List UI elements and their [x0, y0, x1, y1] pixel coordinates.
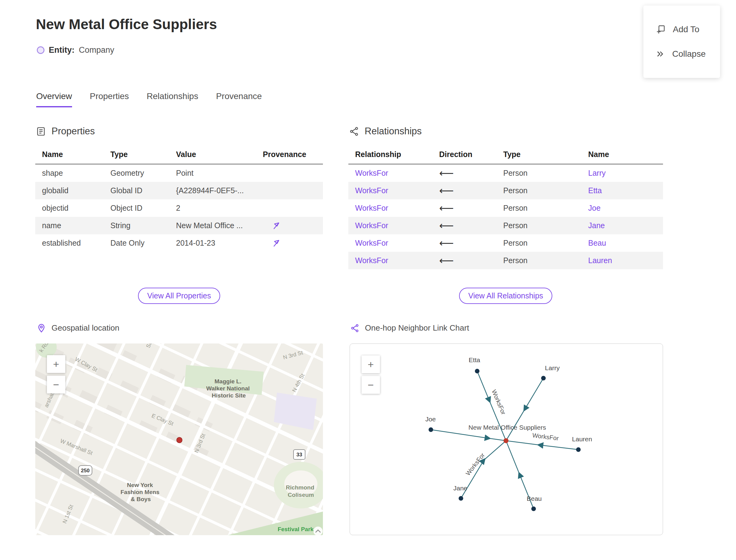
tab-relationships[interactable]: Relationships: [147, 91, 198, 107]
property-name: established: [35, 239, 110, 247]
properties-section-title: Properties: [52, 126, 95, 137]
linkchart-panel: + − WorksFor WorksFor WorksFor: [350, 343, 663, 535]
property-value: Point: [176, 169, 263, 178]
one-hop-network-icon: [350, 324, 359, 333]
node-etta[interactable]: [475, 369, 480, 374]
direction-left-arrow: ⟵: [439, 238, 503, 248]
relationships-section-title: Relationships: [365, 126, 422, 137]
add-to-button[interactable]: Add To: [656, 25, 720, 34]
table-row: shape Geometry Point: [35, 164, 323, 182]
linkchart-zoom-out-button[interactable]: −: [362, 376, 380, 394]
map-pin-icon: [37, 324, 46, 333]
map-marker[interactable]: [177, 437, 182, 443]
linkchart-node-labels: Etta Larry Joe Lauren Jane Beau New Meta…: [425, 356, 592, 502]
property-type: Date Only: [110, 239, 176, 247]
table-row: globalid Global ID {A228944F-0EF5-...: [35, 182, 323, 199]
svg-text:Jane: Jane: [453, 485, 467, 492]
entity-label: Entity:: [49, 45, 75, 55]
column-header-relationship: Relationship: [348, 150, 439, 159]
property-name: name: [35, 221, 110, 230]
edge-joe-worksfor[interactable]: [431, 430, 506, 441]
entity-type-row: Entity: Company: [37, 45, 114, 55]
linkchart-section-header: One-hop Neighbor Link Chart: [350, 323, 469, 333]
node-lauren[interactable]: [576, 447, 581, 452]
relationship-type: Person: [503, 256, 588, 265]
svg-text:Etta: Etta: [469, 356, 480, 363]
table-row: name String New Metal Office ...: [35, 217, 323, 234]
svg-text:New Metal Office Suppliers: New Metal Office Suppliers: [469, 424, 546, 431]
entity-link[interactable]: Lauren: [588, 256, 663, 265]
geospatial-section-title: Geospatial location: [52, 323, 119, 333]
relationship-link[interactable]: WorksFor: [348, 239, 439, 247]
svg-text:33: 33: [297, 452, 302, 458]
property-type: Geometry: [110, 169, 176, 178]
route-shield-33: 33: [293, 450, 305, 459]
tab-overview[interactable]: Overview: [36, 91, 72, 107]
property-type: String: [110, 221, 176, 230]
column-header-type: Type: [110, 150, 176, 159]
table-row: objectid Object ID 2: [35, 199, 323, 217]
property-name: globalid: [35, 186, 110, 195]
table-row: established Date Only 2014-01-23: [35, 234, 323, 252]
map-zoom-out-button[interactable]: −: [47, 376, 65, 393]
provenance-icon[interactable]: [272, 239, 281, 247]
view-all-relationships-button[interactable]: View All Relationships: [459, 288, 552, 304]
relationships-table: Relationship Direction Type Name WorksFo…: [348, 145, 663, 269]
collapse-icon: [656, 49, 665, 59]
relationship-link[interactable]: WorksFor: [348, 204, 439, 213]
svg-text:WorksFor: WorksFor: [490, 389, 507, 416]
node-beau[interactable]: [531, 507, 536, 511]
svg-text:WorksFor: WorksFor: [464, 452, 486, 477]
svg-text:Festival Park: Festival Park: [278, 526, 314, 532]
column-header-direction: Direction: [439, 150, 503, 159]
property-name: objectid: [35, 204, 110, 213]
tab-properties[interactable]: Properties: [90, 91, 129, 107]
direction-left-arrow: ⟵: [439, 168, 503, 178]
tab-bar: Overview Properties Relationships Proven…: [36, 91, 262, 107]
direction-left-arrow: ⟵: [439, 221, 503, 231]
node-jane[interactable]: [459, 496, 463, 501]
entity-link[interactable]: Etta: [588, 186, 663, 195]
edge-larry-worksfor[interactable]: [506, 378, 543, 441]
tab-provenance[interactable]: Provenance: [216, 91, 262, 107]
actions-panel: Add To Collapse: [643, 6, 720, 78]
table-row: WorksFor ⟵ Person Beau: [348, 234, 663, 252]
linkchart-zoom-in-button[interactable]: +: [362, 355, 380, 373]
relationship-link[interactable]: WorksFor: [348, 186, 439, 195]
page-title: New Metal Office Suppliers: [36, 16, 217, 33]
entity-link[interactable]: Larry: [588, 169, 663, 178]
table-row: WorksFor ⟵ Person Jane: [348, 217, 663, 234]
direction-left-arrow: ⟵: [439, 186, 503, 196]
relationship-link[interactable]: WorksFor: [348, 169, 439, 178]
relationship-link[interactable]: WorksFor: [348, 256, 439, 265]
properties-table: Name Type Value Provenance shape Geometr…: [35, 145, 323, 252]
map-zoom-in-button[interactable]: +: [47, 355, 65, 373]
provenance-icon[interactable]: [272, 221, 281, 230]
relationship-link[interactable]: WorksFor: [348, 221, 439, 230]
svg-text:Joe: Joe: [425, 416, 436, 423]
relationship-type: Person: [503, 169, 588, 178]
geospatial-section-header: Geospatial location: [37, 323, 119, 333]
svg-text:WorksFor: WorksFor: [532, 432, 559, 442]
edge-lauren-worksfor[interactable]: [506, 441, 578, 450]
node-center-company[interactable]: [504, 438, 508, 443]
entity-type-icon: [37, 46, 44, 54]
map-panel: + −: [35, 343, 323, 535]
relationship-type: Person: [503, 204, 588, 213]
property-type: Object ID: [110, 204, 176, 213]
table-row: WorksFor ⟵ Person Larry: [348, 164, 663, 182]
relationship-type: Person: [503, 239, 588, 247]
entity-link[interactable]: Beau: [588, 239, 663, 247]
collapse-button[interactable]: Collapse: [656, 49, 720, 59]
direction-left-arrow: ⟵: [439, 203, 503, 213]
column-header-name: Name: [588, 150, 663, 159]
linkchart-canvas[interactable]: WorksFor WorksFor WorksFor Etta Larry Jo…: [350, 344, 663, 535]
property-value: 2014-01-23: [176, 239, 263, 247]
map-canvas[interactable]: k Rd W Clay St Sa N 3rd St N 4th St arsh…: [35, 343, 323, 535]
node-joe[interactable]: [429, 428, 433, 432]
entity-link[interactable]: Jane: [588, 221, 663, 230]
node-larry[interactable]: [541, 376, 546, 381]
view-all-properties-button[interactable]: View All Properties: [138, 288, 220, 304]
entity-link[interactable]: Joe: [588, 204, 663, 213]
properties-section-header: Properties: [36, 126, 95, 137]
